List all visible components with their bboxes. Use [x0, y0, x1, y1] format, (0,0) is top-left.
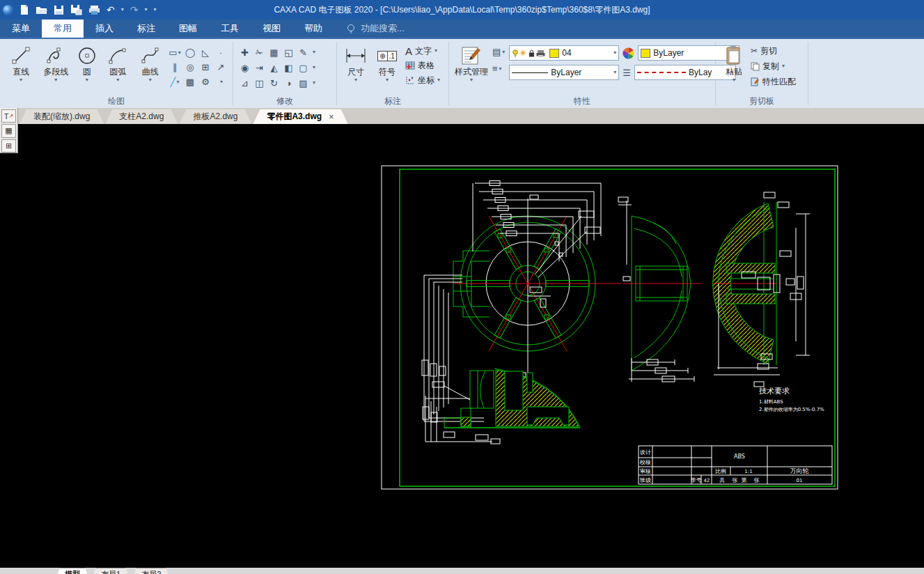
chevron-down-icon: ▾ — [434, 48, 437, 54]
tb-row-design: 设计 — [640, 449, 651, 456]
rotate-icon[interactable]: ↻ — [267, 78, 281, 88]
line-icon — [11, 45, 31, 67]
extend-icon[interactable]: ⇥ — [252, 63, 267, 73]
titlebar: ↶▾ ↷▾ ▾ CAXA CAD 电子图板 2020 - [C:\Users\l… — [0, 0, 924, 20]
curve-button[interactable]: 曲线▾ — [137, 43, 163, 83]
layer-tool-icon[interactable]: ▤▾ — [492, 47, 505, 57]
arc-text-icon[interactable]: ◔ — [213, 77, 228, 87]
construction-line-icon[interactable]: ╱▾ — [167, 77, 182, 87]
pick-arrow-icon[interactable]: ↗ — [213, 62, 228, 72]
tab-tools[interactable]: 工具 — [209, 20, 251, 38]
array-icon[interactable]: ▦ — [267, 47, 281, 58]
move-icon[interactable]: ✚ — [237, 47, 252, 58]
sheet-settings-icon[interactable]: ▦ — [1, 124, 16, 137]
paste-button[interactable]: 粘贴▾ — [721, 43, 746, 83]
tab-common[interactable]: 常用 — [42, 20, 84, 38]
tb-row-check: 校核 — [639, 459, 651, 465]
shear-icon[interactable]: ◫ — [252, 78, 267, 88]
gear-icon[interactable]: ⚙ — [198, 77, 213, 87]
chevron-down-icon[interactable]: ▾ — [386, 77, 389, 83]
function-search[interactable]: 功能搜索... — [347, 20, 405, 38]
cut-button[interactable]: ✂ 剪切 — [751, 45, 796, 57]
chevron-down-icon[interactable]: ▾ — [19, 77, 22, 83]
doc-tab-assembly[interactable]: 装配(缩放).dwg — [19, 109, 104, 124]
spline-icon[interactable]: ◺ — [198, 47, 213, 58]
stretch-icon[interactable]: ◱ — [281, 47, 296, 58]
table-button[interactable]: 表格 — [405, 59, 440, 72]
chevron-down-icon[interactable]: ▾ — [149, 77, 152, 83]
ellipse-icon[interactable]: ◯ — [182, 47, 198, 58]
text-style-icon[interactable]: T↗ — [1, 109, 16, 123]
chevron-down-icon[interactable]: ▾ — [470, 77, 473, 83]
block-icon[interactable]: ⊞ — [198, 62, 213, 72]
circle-button[interactable]: 圆▾ — [76, 43, 99, 83]
chevron-down-icon[interactable]: ▾ — [311, 65, 318, 70]
corner-icon[interactable]: ◧ — [281, 63, 296, 73]
layout-tab-model[interactable]: 模型 — [54, 568, 91, 574]
trim-icon[interactable]: ✁ — [252, 47, 267, 58]
arc-button[interactable]: 圆弧▾ — [102, 43, 133, 83]
drawing-canvas[interactable]: 技术要求 1.材料ABS 2.塑件的收缩率为0.5%-0.7% 设计 校核 审核 — [0, 124, 924, 568]
chevron-down-icon[interactable]: ▾ — [54, 77, 57, 83]
rectangle-icon[interactable]: ▭▾ — [167, 47, 182, 58]
chevron-down-icon[interactable]: ▾ — [733, 77, 735, 83]
chevron-down-icon[interactable]: ▾ — [116, 77, 119, 83]
tb-part-name: 万向轮 — [790, 467, 809, 474]
layer-state-icons — [512, 49, 547, 58]
donut-icon[interactable]: ◎ — [182, 62, 198, 72]
layer-select[interactable]: 04 ▾ — [509, 45, 619, 61]
tab-annotate[interactable]: 标注 — [125, 20, 167, 38]
layout-tab-bar: 模型 布局1 布局2 — [0, 568, 924, 574]
edit-icon[interactable]: ✎ — [296, 47, 311, 58]
dimension-button[interactable]: 尺寸▾ — [343, 43, 369, 83]
doc-tab-pushplate[interactable]: 推板A2.dwg — [179, 109, 251, 124]
hatch-icon[interactable]: ▩ — [182, 77, 198, 87]
draw-small-grid: ▭▾ ◯ ◺ · ∥ ◎ ⊞ ↗ ╱▾ ▩ ⚙ ◔ — [167, 45, 228, 89]
match-properties-button[interactable]: 特性匹配 — [751, 75, 796, 88]
panel-modify: ✚ ✁ ▦ ◱ ✎ ▾ ◉ ⇥ ◭ ◧ ▢ ▾ ⊿ ◫ ↻ ◑ ▨ — [233, 39, 336, 108]
layout-tab-1[interactable]: 布局1 — [91, 568, 131, 574]
chevron-down-icon[interactable]: ▾ — [86, 77, 88, 83]
line-button[interactable]: 直线▾ — [6, 43, 36, 83]
lineweight-icon[interactable]: ☰ — [622, 68, 631, 78]
line-width-icon[interactable]: ≡▾ — [492, 63, 505, 74]
layout-tab-2[interactable]: 布局2 — [131, 568, 171, 574]
polyline-button[interactable]: 多段线▾ — [40, 43, 71, 83]
document-tab-bar: 装配(缩放).dwg 支柱A2.dwg 推板A2.dwg 零件图A3.dwg × — [0, 108, 924, 124]
doc-tab-part-a3[interactable]: 零件图A3.dwg × — [253, 109, 347, 124]
tb-material: ABS — [734, 453, 745, 460]
hatch-edit-icon[interactable]: ▨ — [296, 78, 311, 88]
table-icon — [405, 61, 415, 70]
chevron-down-icon: ▾ — [613, 70, 616, 75]
parallel-line-icon[interactable]: ∥ — [167, 62, 182, 72]
shade-icon[interactable]: ◑ — [281, 78, 296, 88]
curve-icon — [141, 45, 160, 67]
color-wheel-icon[interactable] — [622, 47, 634, 59]
copy-button[interactable]: 复制▾ — [751, 60, 796, 72]
close-icon[interactable]: × — [329, 112, 334, 121]
chevron-down-icon[interactable]: ▾ — [311, 80, 318, 86]
frame-settings-icon[interactable]: ⊞ — [1, 139, 16, 153]
frame-icon[interactable]: ▢ — [296, 63, 311, 73]
style-manager-button[interactable]: 样式管理▾ — [455, 43, 488, 83]
tech-line-2: 2.塑件的收缩率为0.5%-0.7% — [759, 407, 824, 412]
doc-tab-pillar[interactable]: 支柱A2.dwg — [105, 109, 178, 124]
tb-scale-label: 比例 — [715, 468, 726, 474]
menu-item-main[interactable]: 菜单 — [0, 20, 42, 38]
layer-value: 04 — [562, 48, 571, 58]
offset-icon[interactable]: ◉ — [237, 63, 252, 73]
scale-icon[interactable]: ⊿ — [237, 78, 252, 88]
tab-insert[interactable]: 插入 — [84, 20, 125, 38]
tab-help[interactable]: 帮助 — [292, 20, 334, 38]
linetype-select[interactable]: ByLayer ▾ — [509, 65, 619, 80]
text-button[interactable]: A 文字▾ — [405, 45, 440, 57]
mirror-icon[interactable]: ◭ — [267, 63, 281, 73]
chevron-down-icon[interactable]: ▾ — [354, 77, 357, 83]
point-icon[interactable]: · — [213, 47, 228, 58]
tab-view[interactable]: 视图 — [251, 20, 292, 38]
symbol-button[interactable]: ⊕.1 符号▾ — [373, 43, 401, 83]
divider — [808, 42, 808, 105]
tab-sheet[interactable]: 图幅 — [167, 20, 209, 38]
chevron-down-icon[interactable]: ▾ — [311, 49, 318, 55]
coordinate-button[interactable]: 坐标▾ — [405, 74, 440, 86]
